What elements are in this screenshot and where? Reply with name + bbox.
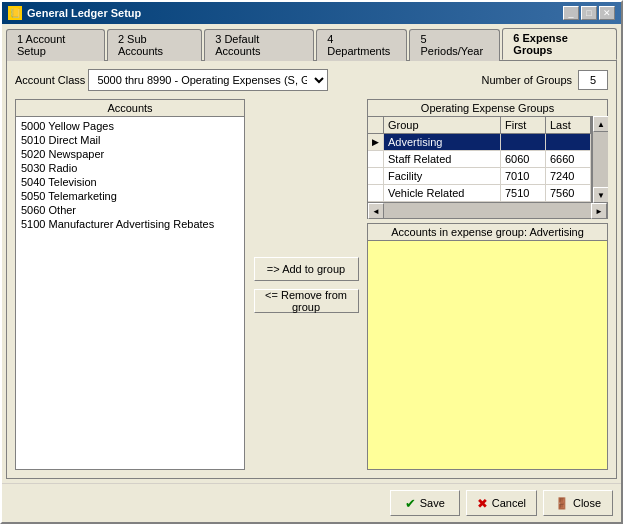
scroll-right-button[interactable]: ► [591, 203, 607, 219]
tabs-row: 1 Account Setup 2 Sub Accounts 3 Default… [2, 24, 621, 60]
group-last: 7560 [546, 185, 591, 202]
expense-groups-panel: Account Class 5000 thru 8990 - Operating… [6, 60, 617, 479]
col-last: Last [546, 117, 591, 134]
col-first: First [501, 117, 546, 134]
expense-group-section: Accounts in expense group: Advertising [367, 223, 608, 470]
top-row: Account Class 5000 thru 8990 - Operating… [15, 69, 608, 91]
minimize-button[interactable]: _ [563, 6, 579, 20]
accounts-list[interactable]: 5000 Yellow Pages 5010 Direct Mail 5020 … [15, 116, 245, 470]
tab-account-setup[interactable]: 1 Account Setup [6, 29, 105, 61]
group-first: 7010 [501, 168, 546, 185]
tab-expense-groups[interactable]: 6 Expense Groups [502, 28, 617, 60]
groups-hscrollbar[interactable]: ◄ ► [367, 203, 608, 219]
row-indicator [368, 168, 384, 185]
group-first: 6060 [501, 151, 546, 168]
tab-departments[interactable]: 4 Departments [316, 29, 407, 61]
list-item[interactable]: 5050 Telemarketing [18, 189, 242, 203]
hscrollbar-track [384, 203, 591, 218]
table-row[interactable]: ▶ Advertising [368, 134, 591, 151]
app-icon: 📒 [8, 6, 22, 20]
num-groups-label: Number of Groups [482, 74, 572, 86]
window-title: General Ledger Setup [27, 7, 141, 19]
x-icon: ✖ [477, 496, 488, 511]
group-last: 7240 [546, 168, 591, 185]
row-indicator: ▶ [368, 134, 384, 151]
list-item[interactable]: 5060 Other [18, 203, 242, 217]
expense-group-content[interactable] [367, 240, 608, 470]
operating-groups-title: Operating Expense Groups [367, 99, 608, 116]
close-button[interactable]: ✕ [599, 6, 615, 20]
list-item[interactable]: 5040 Television [18, 175, 242, 189]
tab-default-accounts[interactable]: 3 Default Accounts [204, 29, 314, 61]
account-class-select[interactable]: 5000 thru 8990 - Operating Expenses (S, … [88, 69, 328, 91]
table-row[interactable]: Staff Related 6060 6660 [368, 151, 591, 168]
col-group: Group [384, 117, 501, 134]
group-first [501, 134, 546, 151]
middle-panel: => Add to group <= Remove from group [251, 99, 361, 470]
table-row[interactable]: Facility 7010 7240 [368, 168, 591, 185]
scroll-left-button[interactable]: ◄ [368, 203, 384, 219]
list-item[interactable]: 5100 Manufacturer Advertising Rebates [18, 217, 242, 231]
num-groups-input[interactable] [578, 70, 608, 90]
groups-table-area: Group First Last ▶ Advertising [367, 116, 608, 203]
tab-sub-accounts[interactable]: 2 Sub Accounts [107, 29, 202, 61]
groups-table: Group First Last ▶ Advertising [368, 117, 591, 202]
groups-vscrollbar[interactable]: ▲ ▼ [592, 116, 608, 203]
footer: ✔ Save ✖ Cancel 🚪 Close [2, 483, 621, 522]
col-indicator [368, 117, 384, 134]
group-name[interactable]: Vehicle Related [384, 185, 501, 202]
list-item[interactable]: 5000 Yellow Pages [18, 119, 242, 133]
door-icon: 🚪 [555, 497, 569, 510]
close-button[interactable]: 🚪 Close [543, 490, 613, 516]
scroll-down-button[interactable]: ▼ [593, 187, 608, 203]
cancel-label: Cancel [492, 497, 526, 509]
group-first: 7510 [501, 185, 546, 202]
row-indicator [368, 151, 384, 168]
add-to-group-button[interactable]: => Add to group [254, 257, 359, 281]
group-name[interactable]: Staff Related [384, 151, 501, 168]
remove-from-group-button[interactable]: <= Remove from group [254, 289, 359, 313]
close-label: Close [573, 497, 601, 509]
row-indicator [368, 185, 384, 202]
title-buttons: _ □ ✕ [563, 6, 615, 20]
right-panel: Operating Expense Groups Group First Las… [367, 99, 608, 470]
save-label: Save [420, 497, 445, 509]
accounts-panel: Accounts 5000 Yellow Pages 5010 Direct M… [15, 99, 245, 470]
restore-button[interactable]: □ [581, 6, 597, 20]
scroll-up-button[interactable]: ▲ [593, 116, 608, 132]
list-item[interactable]: 5030 Radio [18, 161, 242, 175]
scrollbar-track [593, 132, 608, 187]
title-bar: 📒 General Ledger Setup _ □ ✕ [2, 2, 621, 24]
group-name[interactable]: Advertising [384, 134, 501, 151]
group-last: 6660 [546, 151, 591, 168]
list-item[interactable]: 5010 Direct Mail [18, 133, 242, 147]
group-name[interactable]: Facility [384, 168, 501, 185]
table-row[interactable]: Vehicle Related 7510 7560 [368, 185, 591, 202]
main-content: Accounts 5000 Yellow Pages 5010 Direct M… [15, 99, 608, 470]
save-button[interactable]: ✔ Save [390, 490, 460, 516]
tab-periods-year[interactable]: 5 Periods/Year [409, 29, 500, 61]
check-icon: ✔ [405, 496, 416, 511]
list-item[interactable]: 5020 Newspaper [18, 147, 242, 161]
cancel-button[interactable]: ✖ Cancel [466, 490, 537, 516]
account-class-label: Account Class [15, 74, 85, 86]
expense-group-title: Accounts in expense group: Advertising [367, 223, 608, 240]
group-last [546, 134, 591, 151]
main-window: 📒 General Ledger Setup _ □ ✕ 1 Account S… [0, 0, 623, 524]
accounts-panel-title: Accounts [15, 99, 245, 116]
